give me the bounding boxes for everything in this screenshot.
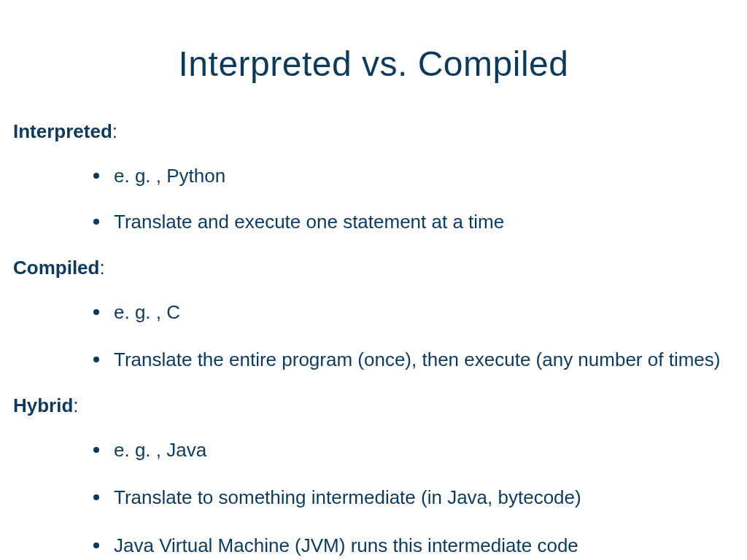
section-label-text: Interpreted bbox=[13, 120, 112, 142]
bullet-list-hybrid: e. g. , Java Translate to something inte… bbox=[13, 438, 734, 558]
section-heading-compiled: Compiled: bbox=[13, 257, 734, 279]
section-label-text: Hybrid bbox=[13, 394, 73, 416]
slide-title: Interpreted vs. Compiled bbox=[0, 0, 747, 84]
section-heading-interpreted: Interpreted: bbox=[13, 120, 734, 143]
slide-content: Interpreted: e. g. , Python Translate an… bbox=[0, 84, 747, 559]
list-item: e. g. , Java bbox=[93, 438, 734, 463]
bullet-list-interpreted: e. g. , Python Translate and execute one… bbox=[13, 163, 734, 235]
list-item: Java Virtual Machine (JVM) runs this int… bbox=[93, 533, 734, 559]
section-label-colon: : bbox=[73, 394, 78, 416]
list-item: e. g. , Python bbox=[93, 163, 734, 189]
list-item: Translate the entire program (once), the… bbox=[93, 347, 734, 373]
list-item: Translate and execute one statement at a… bbox=[93, 209, 734, 235]
list-item: Translate to something intermediate (in … bbox=[93, 485, 734, 510]
section-label-colon: : bbox=[112, 120, 117, 142]
section-label-text: Compiled bbox=[13, 257, 99, 279]
slide: Interpreted vs. Compiled Interpreted: e.… bbox=[0, 0, 747, 560]
section-heading-hybrid: Hybrid: bbox=[13, 394, 734, 417]
section-label-colon: : bbox=[99, 257, 104, 279]
list-item: e. g. , C bbox=[93, 300, 734, 325]
bullet-list-compiled: e. g. , C Translate the entire program (… bbox=[13, 300, 734, 373]
